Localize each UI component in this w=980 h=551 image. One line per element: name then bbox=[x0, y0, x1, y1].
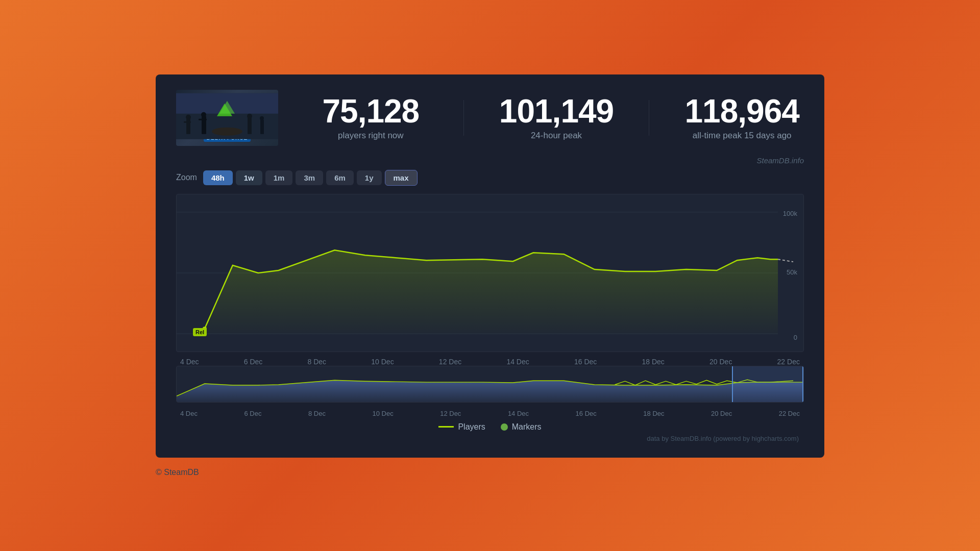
mini-chart-svg bbox=[177, 366, 803, 402]
markers-legend-dot bbox=[501, 423, 508, 431]
svg-point-13 bbox=[260, 116, 264, 120]
svg-rect-12 bbox=[260, 119, 264, 134]
mini-chart-selector[interactable] bbox=[732, 366, 803, 402]
peak-24h-number: 101,149 bbox=[495, 95, 619, 128]
x-label-20dec: 20 Dec bbox=[709, 358, 732, 366]
chart-legend: Players Markers bbox=[176, 422, 804, 432]
game-thumbnail: DELTA FORCE bbox=[176, 90, 278, 146]
footer: © SteamDB bbox=[156, 468, 199, 477]
mini-x-label-12dec: 12 Dec bbox=[440, 410, 461, 417]
markers-legend-label: Markers bbox=[512, 422, 542, 432]
x-label-18dec: 18 Dec bbox=[642, 358, 664, 366]
legend-markers: Markers bbox=[501, 422, 542, 432]
y-label-0: 0 bbox=[794, 334, 797, 341]
main-chart-area: 100k 50k 0 Rel bbox=[176, 194, 804, 352]
x-label-8dec: 8 Dec bbox=[308, 358, 327, 366]
mini-x-label-16dec: 16 Dec bbox=[576, 410, 597, 417]
chart-x-axis: 4 Dec 6 Dec 8 Dec 10 Dec 12 Dec 14 Dec 1… bbox=[176, 355, 804, 366]
svg-point-11 bbox=[247, 113, 252, 118]
svg-marker-18 bbox=[205, 250, 778, 334]
mini-chart-area[interactable] bbox=[176, 366, 804, 403]
zoom-3m-button[interactable]: 3m bbox=[296, 170, 323, 185]
svg-rect-4 bbox=[186, 118, 190, 134]
x-label-12dec: 12 Dec bbox=[439, 358, 461, 366]
x-label-14dec: 14 Dec bbox=[506, 358, 529, 366]
players-now-number: 75,128 bbox=[309, 95, 433, 128]
x-label-4dec: 4 Dec bbox=[180, 358, 199, 366]
zoom-label: Zoom bbox=[176, 173, 197, 182]
zoom-6m-button[interactable]: 6m bbox=[326, 170, 354, 185]
svg-rect-9 bbox=[199, 118, 207, 120]
game-art-svg bbox=[176, 92, 278, 140]
zoom-controls: Zoom 48h 1w 1m 3m 6m 1y max bbox=[176, 170, 804, 186]
x-label-16dec: 16 Dec bbox=[574, 358, 597, 366]
legend-players: Players bbox=[438, 422, 485, 432]
y-label-100k: 100k bbox=[783, 210, 797, 217]
zoom-1m-button[interactable]: 1m bbox=[265, 170, 293, 185]
main-container: DELTA FORCE 75,128 players right now 101… bbox=[156, 74, 824, 458]
svg-rect-6 bbox=[184, 121, 191, 122]
x-label-6dec: 6 Dec bbox=[244, 358, 263, 366]
players-legend-label: Players bbox=[458, 422, 485, 432]
mini-x-label-18dec: 18 Dec bbox=[643, 410, 664, 417]
stat-24h-peak: 101,149 24-hour peak bbox=[495, 95, 619, 141]
svg-point-8 bbox=[201, 112, 206, 117]
zoom-48h-button[interactable]: 48h bbox=[203, 170, 233, 185]
header-section: DELTA FORCE 75,128 players right now 101… bbox=[176, 90, 804, 146]
zoom-max-button[interactable]: max bbox=[385, 170, 418, 186]
mini-x-label-8dec: 8 Dec bbox=[308, 410, 326, 417]
y-label-50k: 50k bbox=[787, 268, 797, 276]
steamdb-credit: SteamDB.info bbox=[176, 156, 804, 165]
x-label-10dec: 10 Dec bbox=[371, 358, 394, 366]
zoom-1w-button[interactable]: 1w bbox=[236, 170, 262, 185]
mini-x-label-4dec: 4 Dec bbox=[180, 410, 198, 417]
mini-x-label-14dec: 14 Dec bbox=[508, 410, 529, 417]
alltime-peak-number: 118,964 bbox=[680, 95, 804, 128]
main-chart-svg bbox=[177, 194, 803, 352]
release-marker-badge: Rel bbox=[193, 328, 207, 336]
players-legend-line bbox=[438, 426, 454, 428]
x-label-22dec: 22 Dec bbox=[777, 358, 800, 366]
mini-x-label-6dec: 6 Dec bbox=[244, 410, 261, 417]
svg-rect-10 bbox=[248, 117, 252, 134]
zoom-1y-button[interactable]: 1y bbox=[357, 170, 382, 185]
stat-divider-2 bbox=[649, 100, 649, 136]
stat-divider-1 bbox=[463, 100, 464, 136]
stat-alltime-peak: 118,964 all-time peak 15 days ago bbox=[680, 95, 804, 141]
players-now-label: players right now bbox=[309, 131, 433, 141]
stat-players-now: 75,128 players right now bbox=[309, 95, 433, 141]
mini-x-label-10dec: 10 Dec bbox=[372, 410, 393, 417]
alltime-peak-label: all-time peak 15 days ago bbox=[680, 131, 804, 141]
mini-x-label-20dec: 20 Dec bbox=[711, 410, 732, 417]
svg-point-5 bbox=[186, 114, 191, 119]
mini-x-label-22dec: 22 Dec bbox=[779, 410, 800, 417]
svg-marker-20 bbox=[177, 380, 803, 402]
data-credit: data by SteamDB.info (powered by highcha… bbox=[176, 435, 804, 442]
mini-chart-x-axis: 4 Dec 6 Dec 8 Dec 10 Dec 12 Dec 14 Dec 1… bbox=[176, 408, 804, 417]
peak-24h-label: 24-hour peak bbox=[495, 131, 619, 141]
svg-point-14 bbox=[212, 127, 242, 135]
